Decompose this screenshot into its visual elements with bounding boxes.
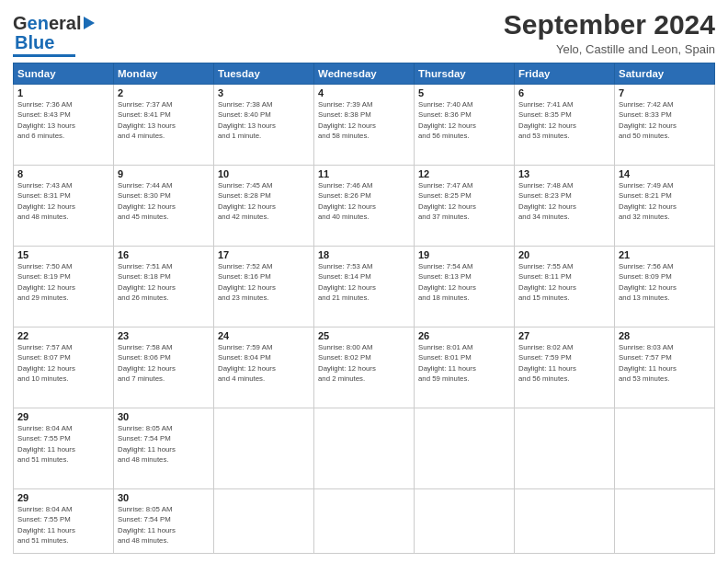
table-row: 23Sunrise: 7:58 AMSunset: 8:06 PMDayligh… xyxy=(114,327,214,408)
logo-blue-label: Blue xyxy=(15,32,54,53)
table-row: 10Sunrise: 7:45 AMSunset: 8:28 PMDayligh… xyxy=(214,166,314,247)
table-row xyxy=(314,408,415,489)
day-info: Sunrise: 7:46 AMSunset: 8:26 PMDaylight:… xyxy=(318,180,410,222)
table-row: 7Sunrise: 7:42 AMSunset: 8:33 PMDaylight… xyxy=(615,85,715,166)
day-number: 28 xyxy=(619,330,711,341)
day-info: Sunrise: 8:04 AMSunset: 7:55 PMDaylight:… xyxy=(17,423,109,465)
table-row: 29Sunrise: 8:04 AMSunset: 7:55 PMDayligh… xyxy=(14,489,114,554)
day-number: 22 xyxy=(17,330,109,341)
page: G en eral Blue September 2024 Yelo, Cast… xyxy=(0,0,728,563)
day-number: 30 xyxy=(118,492,210,503)
table-row: 25Sunrise: 8:00 AMSunset: 8:02 PMDayligh… xyxy=(314,327,415,408)
logo-text-en: en xyxy=(28,13,49,34)
table-row: 24Sunrise: 7:59 AMSunset: 8:04 PMDayligh… xyxy=(214,327,314,408)
day-info: Sunrise: 7:48 AMSunset: 8:23 PMDaylight:… xyxy=(518,180,610,222)
day-number: 3 xyxy=(218,87,310,98)
day-number: 5 xyxy=(418,87,510,98)
day-info: Sunrise: 7:38 AMSunset: 8:40 PMDaylight:… xyxy=(218,99,310,141)
day-number: 13 xyxy=(518,168,610,179)
col-sunday: Sunday xyxy=(14,63,114,85)
day-number: 19 xyxy=(418,249,510,260)
day-number: 6 xyxy=(518,87,610,98)
day-info: Sunrise: 8:05 AMSunset: 7:54 PMDaylight:… xyxy=(118,504,210,546)
logo-underline xyxy=(13,54,75,57)
day-info: Sunrise: 7:37 AMSunset: 8:41 PMDaylight:… xyxy=(118,99,210,141)
table-row: 1Sunrise: 7:36 AMSunset: 8:43 PMDaylight… xyxy=(14,85,114,166)
day-info: Sunrise: 8:02 AMSunset: 7:59 PMDaylight:… xyxy=(518,342,610,384)
day-number: 25 xyxy=(318,330,410,341)
day-info: Sunrise: 8:00 AMSunset: 8:02 PMDaylight:… xyxy=(318,342,410,384)
col-monday: Monday xyxy=(114,63,214,85)
day-info: Sunrise: 7:52 AMSunset: 8:16 PMDaylight:… xyxy=(218,261,310,303)
day-number: 15 xyxy=(17,249,109,260)
calendar-header-row: Sunday Monday Tuesday Wednesday Thursday… xyxy=(14,63,715,85)
table-row xyxy=(415,489,515,554)
table-row xyxy=(615,489,715,554)
day-number: 9 xyxy=(118,168,210,179)
table-row xyxy=(515,408,615,489)
day-info: Sunrise: 7:43 AMSunset: 8:31 PMDaylight:… xyxy=(17,180,109,222)
table-row: 18Sunrise: 7:53 AMSunset: 8:14 PMDayligh… xyxy=(314,247,415,327)
table-row: 6Sunrise: 7:41 AMSunset: 8:35 PMDaylight… xyxy=(515,85,615,166)
day-info: Sunrise: 8:05 AMSunset: 7:54 PMDaylight:… xyxy=(118,423,210,465)
day-info: Sunrise: 7:58 AMSunset: 8:06 PMDaylight:… xyxy=(118,342,210,384)
day-info: Sunrise: 7:41 AMSunset: 8:35 PMDaylight:… xyxy=(518,99,610,141)
day-number: 27 xyxy=(518,330,610,341)
table-row: 26Sunrise: 8:01 AMSunset: 8:01 PMDayligh… xyxy=(415,327,515,408)
day-number: 14 xyxy=(619,168,711,179)
day-info: Sunrise: 8:01 AMSunset: 8:01 PMDaylight:… xyxy=(418,342,510,384)
day-info: Sunrise: 7:40 AMSunset: 8:36 PMDaylight:… xyxy=(418,99,510,141)
table-row: 20Sunrise: 7:55 AMSunset: 8:11 PMDayligh… xyxy=(515,247,615,327)
table-row: 11Sunrise: 7:46 AMSunset: 8:26 PMDayligh… xyxy=(314,166,415,247)
table-row: 8Sunrise: 7:43 AMSunset: 8:31 PMDaylight… xyxy=(14,166,114,247)
day-info: Sunrise: 7:49 AMSunset: 8:21 PMDaylight:… xyxy=(619,180,711,222)
day-info: Sunrise: 7:50 AMSunset: 8:19 PMDaylight:… xyxy=(17,261,109,303)
day-info: Sunrise: 7:42 AMSunset: 8:33 PMDaylight:… xyxy=(619,99,711,141)
day-info: Sunrise: 7:54 AMSunset: 8:13 PMDaylight:… xyxy=(418,261,510,303)
day-info: Sunrise: 7:51 AMSunset: 8:18 PMDaylight:… xyxy=(118,261,210,303)
day-number: 7 xyxy=(619,87,711,98)
day-info: Sunrise: 7:56 AMSunset: 8:09 PMDaylight:… xyxy=(619,261,711,303)
table-row: 2Sunrise: 7:37 AMSunset: 8:41 PMDaylight… xyxy=(114,85,214,166)
col-wednesday: Wednesday xyxy=(314,63,415,85)
day-info: Sunrise: 7:59 AMSunset: 8:04 PMDaylight:… xyxy=(218,342,310,384)
logo-text-general: G xyxy=(13,13,28,34)
day-number: 29 xyxy=(17,492,109,503)
day-number: 30 xyxy=(118,411,210,422)
table-row: 30Sunrise: 8:05 AMSunset: 7:54 PMDayligh… xyxy=(114,408,214,489)
table-row: 30Sunrise: 8:05 AMSunset: 7:54 PMDayligh… xyxy=(114,489,214,554)
table-row xyxy=(515,489,615,554)
day-number: 29 xyxy=(17,411,109,422)
header: G en eral Blue September 2024 Yelo, Cast… xyxy=(13,9,715,57)
table-row: 3Sunrise: 7:38 AMSunset: 8:40 PMDaylight… xyxy=(214,85,314,166)
table-row: 15Sunrise: 7:50 AMSunset: 8:19 PMDayligh… xyxy=(14,247,114,327)
table-row xyxy=(415,408,515,489)
col-thursday: Thursday xyxy=(415,63,515,85)
day-number: 24 xyxy=(218,330,310,341)
col-friday: Friday xyxy=(515,63,615,85)
day-info: Sunrise: 7:36 AMSunset: 8:43 PMDaylight:… xyxy=(17,99,109,141)
title-block: September 2024 Yelo, Castille and Leon, … xyxy=(504,9,715,56)
table-row xyxy=(214,408,314,489)
day-number: 2 xyxy=(118,87,210,98)
day-info: Sunrise: 8:03 AMSunset: 7:57 PMDaylight:… xyxy=(619,342,711,384)
logo-text-eral: eral xyxy=(49,13,82,34)
table-row: 29Sunrise: 8:04 AMSunset: 7:55 PMDayligh… xyxy=(14,408,114,489)
table-row: 13Sunrise: 7:48 AMSunset: 8:23 PMDayligh… xyxy=(515,166,615,247)
day-info: Sunrise: 7:55 AMSunset: 8:11 PMDaylight:… xyxy=(518,261,610,303)
table-row: 5Sunrise: 7:40 AMSunset: 8:36 PMDaylight… xyxy=(415,85,515,166)
day-info: Sunrise: 7:57 AMSunset: 8:07 PMDaylight:… xyxy=(17,342,109,384)
day-number: 8 xyxy=(17,168,109,179)
table-row xyxy=(615,408,715,489)
table-row: 21Sunrise: 7:56 AMSunset: 8:09 PMDayligh… xyxy=(615,247,715,327)
table-row: 12Sunrise: 7:47 AMSunset: 8:25 PMDayligh… xyxy=(415,166,515,247)
day-info: Sunrise: 7:44 AMSunset: 8:30 PMDaylight:… xyxy=(118,180,210,222)
table-row xyxy=(314,489,415,554)
logo-arrow-icon xyxy=(84,17,95,29)
col-saturday: Saturday xyxy=(615,63,715,85)
table-row: 4Sunrise: 7:39 AMSunset: 8:38 PMDaylight… xyxy=(314,85,415,166)
calendar-table: Sunday Monday Tuesday Wednesday Thursday… xyxy=(13,63,715,554)
table-row: 17Sunrise: 7:52 AMSunset: 8:16 PMDayligh… xyxy=(214,247,314,327)
day-number: 21 xyxy=(619,249,711,260)
table-row: 16Sunrise: 7:51 AMSunset: 8:18 PMDayligh… xyxy=(114,247,214,327)
